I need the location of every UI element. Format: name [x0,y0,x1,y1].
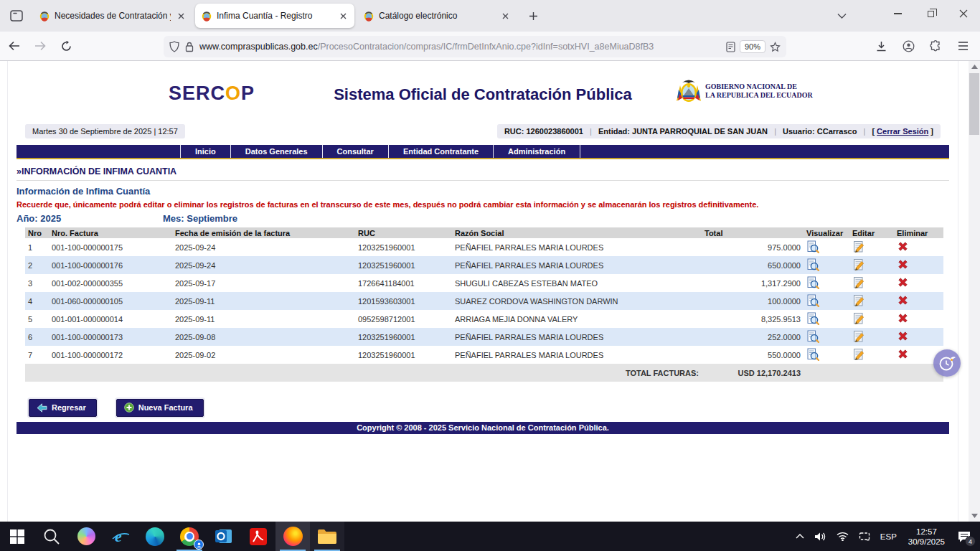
wifi-icon[interactable] [831,522,854,551]
tab-close-icon[interactable] [175,10,187,22]
eliminar-icon[interactable] [897,258,909,270]
bookmark-star-icon[interactable] [770,42,781,52]
total-value: USD 12,170.2413 [702,364,804,382]
acrobat-icon[interactable] [241,522,275,551]
visualizar-icon[interactable] [806,330,819,343]
new-tab-icon[interactable] [522,5,544,27]
close-icon[interactable] [947,0,980,27]
cell-factura: 001-100-000000172 [49,346,172,364]
internet-explorer-icon[interactable]: e [103,522,138,551]
menu-item-entidad-contratante[interactable]: Entidad Contratante [389,145,494,158]
eliminar-icon[interactable] [897,240,909,253]
visualizar-icon[interactable] [806,276,819,289]
language-indicator[interactable]: ESP [875,522,902,551]
shield-icon[interactable] [169,41,179,52]
visualizar-icon[interactable] [806,240,819,253]
tab-close-icon[interactable] [499,10,511,22]
tab-overflow-chevron-icon[interactable] [831,5,852,27]
browser-tab[interactable]: Necesidades de Contratación y [33,4,192,28]
breadcrumb: »INFORMACIÓN DE INFIMA CUANTIA [17,166,949,181]
scroll-up-icon[interactable] [969,61,980,72]
editar-icon[interactable] [852,258,865,271]
copilot-icon[interactable] [69,522,103,551]
main-menu: InicioDatos GeneralesConsultarEntidad Co… [17,145,949,159]
visualizar-icon[interactable] [806,348,819,361]
restore-icon[interactable] [914,0,947,27]
browser-tab[interactable]: Catálogo electrónico [357,4,517,28]
table-row: 3 001-002-000000355 2025-09-17 172664118… [25,274,943,292]
firefox-icon[interactable] [275,522,310,551]
clock-date: 30/9/2025 [908,537,945,547]
editar-icon[interactable] [852,294,865,307]
browser-tab[interactable]: Infima Cuantía - Registro [195,4,354,28]
lock-icon[interactable] [185,42,194,52]
floating-clock-widget[interactable] [933,349,961,377]
downloads-icon[interactable] [870,34,892,57]
editar-icon[interactable] [852,276,865,289]
extensions-icon[interactable] [924,34,947,57]
taskbar-search-icon[interactable] [34,522,69,551]
menu-hamburger-icon[interactable] [951,34,974,57]
visualizar-icon[interactable] [806,312,819,325]
url-path: /ProcesoContratacion/compras/IC/frmDetIn… [318,42,654,52]
scroll-down-icon[interactable] [969,510,980,522]
reader-mode-icon[interactable] [726,42,735,52]
column-header: Editar [849,227,894,238]
ecuador-coat-of-arms-icon [677,77,701,105]
scrollbar-thumb[interactable] [969,73,979,135]
eliminar-icon[interactable] [897,276,909,288]
volume-icon[interactable] [809,522,831,551]
file-explorer-icon[interactable] [310,522,344,551]
menu-item-consultar[interactable]: Consultar [323,145,389,158]
zoom-level-badge[interactable]: 90% [740,40,765,53]
notification-center-icon[interactable]: 4 [951,522,980,551]
month-label: Mes: Septiembre [163,213,237,224]
chrome-icon[interactable] [172,522,207,551]
back-icon[interactable] [3,34,26,57]
reload-icon[interactable] [55,34,77,57]
eliminar-icon[interactable] [897,294,909,306]
plus-icon [124,402,134,413]
section-title: Información de Infima Cuantía [17,186,949,197]
cell-razon-social: PEÑAFIEL PARRALES MARIA LOURDES [452,346,702,364]
tray-chevron-icon[interactable] [791,522,809,551]
menu-item-administración[interactable]: Administración [494,145,580,158]
tab-close-icon[interactable] [337,10,349,22]
cell-razon-social: PEÑAFIEL PARRALES MARIA LOURDES [452,238,702,256]
eliminar-icon[interactable] [897,312,909,324]
outlook-icon[interactable] [207,522,241,551]
usuario-label: Usuario: [783,127,815,136]
logout-link[interactable]: Cerrar Sesión [877,127,928,136]
tab-title: Necesidades de Contratación y [55,11,171,21]
visualizar-icon[interactable] [806,258,819,271]
nueva-factura-button[interactable]: Nueva Factura [116,399,204,417]
editar-icon[interactable] [852,312,865,325]
forward-icon[interactable] [29,34,52,57]
cell-total: 100.0000 [702,292,804,310]
eliminar-icon[interactable] [897,348,909,360]
account-icon[interactable] [897,34,920,57]
taskbar-clock[interactable]: 12:5730/9/2025 [902,522,951,551]
start-button[interactable] [0,522,34,551]
firefox-view-icon[interactable] [6,5,27,27]
url-bar[interactable]: www.compraspublicas.gob.ec/ProcesoContra… [164,36,786,57]
menu-item-datos-generales[interactable]: Datos Generales [231,145,323,158]
regresar-button[interactable]: Regresar [29,399,97,417]
page-scrollbar[interactable] [969,61,980,522]
column-header: RUC [355,227,452,238]
edge-icon[interactable] [138,522,172,551]
cell-razon-social: SHUGULI CABEZAS ESTEBAN MATEO [452,274,702,292]
url-text[interactable]: www.compraspublicas.gob.ec/ProcesoContra… [199,42,726,52]
toolbar-right-icons [865,34,974,57]
editar-icon[interactable] [852,330,865,343]
eliminar-icon[interactable] [897,330,909,342]
cell-ruc: 0952598712001 [355,310,452,328]
minimize-icon[interactable] [881,0,914,27]
cell-total: 252.0000 [702,328,804,346]
connect-display-icon[interactable] [854,522,875,551]
editar-icon[interactable] [852,348,865,361]
cell-razon-social: SUAREZ CORDOVA WASHINGTON DARWIN [452,292,702,310]
editar-icon[interactable] [852,240,865,253]
menu-item-inicio[interactable]: Inicio [180,145,231,158]
visualizar-icon[interactable] [806,294,819,307]
